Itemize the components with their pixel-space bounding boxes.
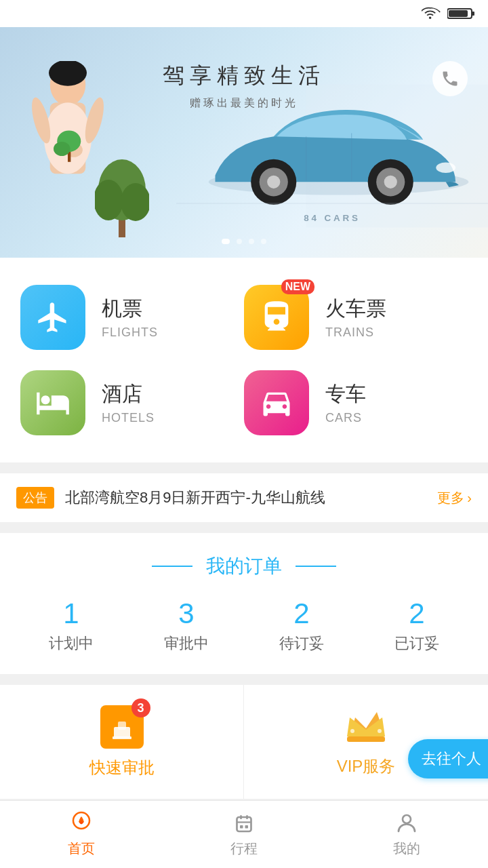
- service-item-flights[interactable]: 机票 FLIGHTS: [20, 285, 244, 350]
- hero-banner: 84 CARS 驾享精致生活 赠琢出最美的时光: [0, 27, 488, 258]
- svg-point-38: [79, 818, 83, 823]
- announcement-text: 北部湾航空8月9日新开西宁-九华山航线: [65, 488, 426, 508]
- svg-rect-1: [472, 12, 474, 16]
- svg-rect-29: [118, 722, 126, 730]
- booked-label: 已订妥: [394, 633, 439, 654]
- service-item-cars[interactable]: 专车 CARS: [244, 370, 468, 435]
- planned-count: 1: [63, 599, 79, 628]
- trains-name-en: TRAINS: [325, 326, 386, 340]
- title-line-right: [296, 566, 336, 567]
- flights-name: 机票: [102, 295, 158, 323]
- hero-subtitle: 赠琢出最美的时光: [163, 96, 325, 111]
- orders-section: 我的订单 1 计划中 3 审批中 2 待订妥 2 已订妥: [0, 533, 488, 674]
- pending-label: 待订妥: [279, 633, 324, 654]
- quick-actions-section: 3 快速审批 VIP服务 去往个人: [0, 685, 488, 799]
- cars-text: 专车 CARS: [325, 380, 366, 425]
- order-stats-grid: 1 计划中 3 审批中 2 待订妥 2 已订妥: [14, 599, 474, 654]
- nav-item-home[interactable]: 首页: [0, 801, 163, 868]
- flights-text: 机票 FLIGHTS: [102, 295, 158, 340]
- wifi-icon: [422, 7, 441, 20]
- order-stat-pending[interactable]: 2 待订妥: [244, 599, 359, 654]
- svg-rect-44: [245, 825, 249, 829]
- bottom-nav: 首页 行程 我的: [0, 800, 488, 868]
- carousel-dots: [222, 239, 266, 244]
- nav-item-trip[interactable]: 行程: [163, 801, 325, 868]
- hotels-icon-wrapper: [20, 370, 85, 435]
- svg-rect-33: [347, 736, 385, 742]
- phone-icon: [441, 69, 460, 88]
- service-grid-section: 机票 FLIGHTS NEW 火车票 TRAINS: [0, 258, 488, 462]
- home-nav-icon: [69, 811, 94, 835]
- trip-nav-label: 行程: [230, 840, 258, 858]
- svg-point-20: [384, 176, 397, 189]
- approval-badge: 3: [131, 698, 150, 717]
- go-personal-button[interactable]: 去往个人: [408, 739, 488, 778]
- hero-text-block: 驾享精致生活 赠琢出最美的时光: [163, 61, 325, 111]
- phone-button[interactable]: [432, 61, 468, 96]
- service-item-trains[interactable]: NEW 火车票 TRAINS: [244, 285, 468, 350]
- vip-icon-wrapper: [344, 707, 388, 747]
- flights-icon-bg: [20, 285, 85, 350]
- hotels-text: 酒店 HOTELS: [102, 380, 155, 425]
- pending-count: 2: [293, 599, 309, 628]
- mine-nav-label: 我的: [393, 840, 420, 858]
- svg-rect-39: [237, 817, 251, 831]
- nav-item-mine[interactable]: 我的: [325, 801, 488, 868]
- dot-3[interactable]: [249, 239, 254, 244]
- fast-approval-label: 快速审批: [89, 757, 155, 778]
- order-stat-approving[interactable]: 3 审批中: [129, 599, 244, 654]
- crown-icon: [344, 707, 388, 745]
- svg-point-17: [267, 176, 280, 189]
- svg-rect-40: [240, 815, 242, 819]
- svg-point-4: [49, 61, 87, 86]
- cars-name: 专车: [325, 380, 366, 408]
- svg-rect-41: [246, 815, 248, 819]
- cars-icon-bg: [244, 370, 309, 435]
- trains-icon-bg: [244, 285, 309, 350]
- chevron-right-icon: ›: [467, 490, 472, 506]
- svg-point-35: [350, 729, 354, 733]
- orders-title-row: 我的订单: [14, 553, 474, 579]
- announcement-more-btn[interactable]: 更多 ›: [437, 489, 472, 507]
- stamp-svg: [108, 713, 136, 741]
- hero-title: 驾享精致生活: [163, 61, 325, 91]
- svg-point-12: [54, 142, 70, 156]
- svg-rect-2: [449, 10, 468, 17]
- booked-count: 2: [409, 599, 424, 628]
- trains-icon-wrapper: NEW: [244, 285, 309, 350]
- orders-section-title: 我的订单: [206, 553, 282, 579]
- svg-point-27: [121, 183, 149, 221]
- service-grid: 机票 FLIGHTS NEW 火车票 TRAINS: [20, 285, 468, 435]
- svg-text:84 CARS: 84 CARS: [304, 213, 360, 223]
- fast-approval-item[interactable]: 3 快速审批: [0, 685, 244, 799]
- announcement-more-label: 更多: [437, 489, 464, 507]
- hotels-name-en: HOTELS: [102, 411, 155, 425]
- dot-1[interactable]: [222, 239, 230, 244]
- dot-4[interactable]: [261, 239, 266, 244]
- new-badge: NEW: [281, 279, 314, 294]
- flights-icon-wrapper: [20, 285, 85, 350]
- trains-name: 火车票: [325, 295, 386, 323]
- announcement-tag: 公告: [16, 487, 54, 509]
- battery-icon: [447, 7, 474, 20]
- svg-rect-43: [240, 825, 243, 829]
- order-stat-planned[interactable]: 1 计划中: [14, 599, 129, 654]
- approving-label: 审批中: [164, 633, 209, 654]
- service-item-hotels[interactable]: 酒店 HOTELS: [20, 370, 244, 435]
- svg-rect-30: [113, 736, 131, 739]
- go-personal-label: 去往个人: [422, 750, 481, 767]
- svg-point-34: [363, 717, 369, 723]
- home-nav-label: 首页: [68, 840, 95, 858]
- status-bar: [0, 0, 488, 27]
- plane-icon: [35, 300, 70, 335]
- cars-icon-wrapper: [244, 370, 309, 435]
- svg-point-45: [403, 815, 411, 823]
- vip-service-item[interactable]: VIP服务 去往个人: [244, 685, 488, 799]
- announcement-bar: 公告 北部湾航空8月9日新开西宁-九华山航线 更多 ›: [0, 473, 488, 522]
- train-icon: [259, 300, 294, 335]
- vip-service-label: VIP服务: [337, 755, 396, 777]
- svg-point-36: [378, 729, 382, 733]
- order-stat-booked[interactable]: 2 已订妥: [359, 599, 474, 654]
- trains-text: 火车票 TRAINS: [325, 295, 386, 340]
- dot-2[interactable]: [237, 239, 242, 244]
